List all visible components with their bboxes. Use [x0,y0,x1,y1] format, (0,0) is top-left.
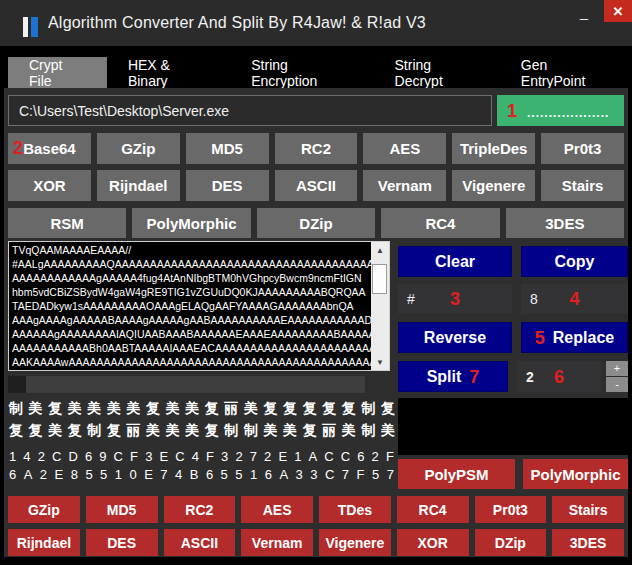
polypsm-button[interactable]: PolyPSM [398,459,515,489]
cjk-char: 美 [166,400,180,420]
cjk-char: 制 [361,422,375,442]
encrypt-algorithm-button[interactable]: ASCII [275,170,358,201]
replace-to-input[interactable]: 8 4 [521,284,628,314]
payload-content: TVqQAAMAAAAEAAAA// #AALgAAAAAAAAAQAAAAAA… [9,242,371,370]
app-window: Algorithm Converter And Split By R4Jaw! … [0,0,632,565]
hex-char: 2 [38,449,45,465]
horizontal-scrollbar-thumb[interactable] [8,376,26,393]
horizontal-scrollbar[interactable] [8,376,365,393]
decrypt-algorithm-button[interactable]: ASCII [164,529,236,556]
hex-char: 5 [100,467,107,483]
hex-char: A [279,467,288,483]
hex-char: 2 [264,449,271,465]
encrypt-algorithm-label: ASCII [296,177,336,194]
tabs: Crypt FileHEX & BinaryString EncryptionS… [8,57,632,88]
replace-button[interactable]: 5 Replace [521,322,628,353]
encrypt-algorithm-label: TripleDes [460,140,528,157]
annotation-4: 4 [521,290,628,308]
split-button[interactable]: Split 7 [398,361,508,392]
decrypt-algorithm-button[interactable]: Vigenere [319,529,391,556]
hex-char: 6 [206,467,213,483]
decrypt-algorithm-button[interactable]: RC2 [164,496,236,523]
stepper-down-button[interactable]: - [606,377,628,392]
tab[interactable]: Crypt File [8,57,107,88]
vertical-scrollbar-thumb[interactable] [372,264,387,294]
encrypt-algorithm-label: DES [212,177,243,194]
minimize-button[interactable]: – [571,4,597,30]
cjk-char: 美 [87,400,101,420]
tab[interactable]: HEX & Binary [107,57,230,88]
encrypt-algorithm-label: Pr0t3 [564,140,602,157]
encrypt-algorithm-label: AES [389,140,420,157]
encrypt-algorithm-button[interactable]: TripleDes [452,133,535,164]
replace-label: Replace [553,329,614,347]
tab[interactable]: String Encryption [230,57,373,88]
encrypt-algorithm-button[interactable]: DZip [257,208,375,238]
clear-button[interactable]: Clear [398,246,512,277]
encrypt-algorithm-button[interactable]: AES [363,133,446,164]
hex-char: 6 [9,467,16,483]
cjk-char: 复 [48,400,62,420]
stepper-up-button[interactable]: + [606,361,628,376]
decrypt-algorithm-button[interactable]: Pr0t3 [475,496,547,523]
hex-char: 7 [342,467,349,483]
reverse-button[interactable]: Reverse [398,322,512,353]
hex-char: C [324,449,333,465]
decrypt-algorithm-button[interactable]: AES [241,496,313,523]
encrypt-algorithm-button[interactable]: Pr0t3 [541,133,624,164]
payload-textarea[interactable]: TVqQAAMAAAAEAAAA// #AALgAAAAAAAAAQAAAAAA… [8,241,390,371]
encrypt-algorithm-button[interactable]: RC2 [275,133,358,164]
replace-from-input[interactable]: # 3 [398,284,512,314]
decrypt-algorithm-button[interactable]: DES [86,529,158,556]
select-file-button[interactable]: 1 ................... [497,95,624,126]
decrypt-algorithm-button[interactable]: GZip [8,496,80,523]
encrypt-algorithm-button[interactable]: 2 Base64 [8,133,91,164]
encrypt-algorithm-button[interactable]: Rijndael [97,170,180,201]
encrypt-algorithm-label: Rijndael [109,177,167,194]
encrypt-algorithm-button[interactable]: RC4 [381,208,499,238]
polymorphic-button[interactable]: PolyMorphic [523,459,628,489]
split-count-input[interactable]: 2 6 [517,361,601,392]
tab[interactable]: Gen EntryPoint [500,57,632,88]
encrypt-algorithm-button[interactable]: XOR [8,170,91,201]
hex-char: 1 [115,467,122,483]
decrypt-algorithm-button[interactable]: XOR [397,529,469,556]
cjk-char: 丽 [322,422,336,442]
file-path-input[interactable] [8,95,492,126]
encrypt-algorithm-button[interactable]: DES [186,170,269,201]
encrypt-algorithm-button[interactable]: 3DES [506,208,624,238]
hex-output-row-2: 6A2E85510E74B65516A33C7F57 [9,467,394,483]
hex-char: F [130,449,138,465]
secondary-output-box[interactable] [398,398,628,455]
encrypt-algorithm-button[interactable]: Stairs [541,170,624,201]
encrypt-algorithm-button[interactable]: Vernam [363,170,446,201]
hex-char: 1 [9,449,16,465]
decrypt-algorithm-button[interactable]: MD5 [86,496,158,523]
select-file-dots: ................... [527,106,609,120]
cjk-char: 制 [244,422,258,442]
tab[interactable]: String Decrypt [374,57,500,88]
encrypt-algorithm-button[interactable]: RSM [8,208,126,238]
cjk-char: 美 [166,422,180,442]
decrypt-algorithm-button[interactable]: TDes [319,496,391,523]
decrypt-algorithm-button[interactable]: Vernam [241,529,313,556]
decrypt-algorithm-button[interactable]: Rijndael [8,529,80,556]
cjk-char: 复 [68,422,82,442]
close-button[interactable]: ✕ [604,0,632,22]
encrypt-algorithm-button[interactable]: PolyMorphic [132,208,250,238]
decrypt-algorithm-button[interactable]: 3DES [552,529,624,556]
decrypt-algorithm-button[interactable]: DZip [475,529,547,556]
decrypt-button-grid: GZipMD5RC2AESTDesRC4Pr0t3StairsRijndaelD… [8,496,624,556]
decrypt-algorithm-button[interactable]: RC4 [397,496,469,523]
scroll-down-icon[interactable]: ▼ [371,354,389,370]
encrypt-algorithm-button[interactable]: Vigenere [452,170,535,201]
hex-char: E [55,467,64,483]
cjk-char: 复 [283,400,297,420]
copy-button[interactable]: Copy [521,246,628,277]
decrypt-algorithm-button[interactable]: Stairs [552,496,624,523]
encrypt-button-grid: 2 Base64 GZip MD5 RC2 AES TripleDes Pr0t… [8,133,624,201]
scroll-up-icon[interactable]: ▲ [371,242,389,258]
encrypt-algorithm-button[interactable]: GZip [97,133,180,164]
vertical-scrollbar[interactable]: ▲ ▼ [371,242,389,370]
encrypt-algorithm-button[interactable]: MD5 [186,133,269,164]
